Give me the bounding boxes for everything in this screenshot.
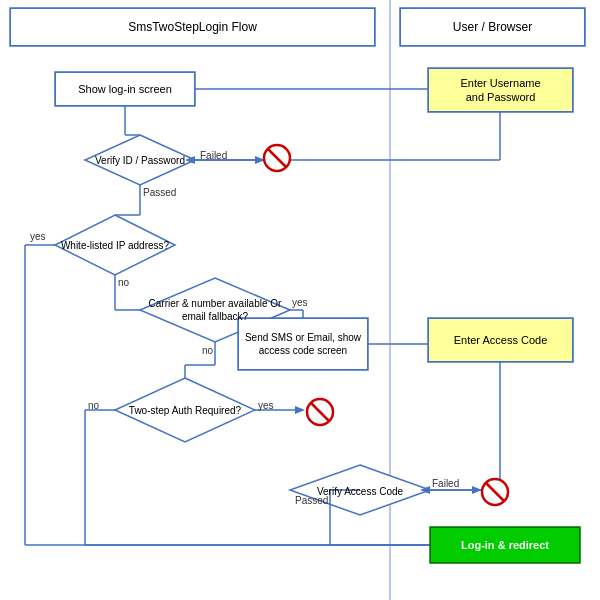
svg-marker-12 — [185, 156, 195, 164]
no-symbol-4 — [480, 477, 510, 507]
svg-marker-40 — [295, 406, 305, 414]
enter-credentials-box: Enter Username and Password — [428, 68, 573, 112]
yes-carrier-label: yes — [292, 297, 308, 308]
svg-marker-41 — [290, 465, 430, 515]
no-symbol-1 — [262, 143, 292, 173]
passed2-label: Passed — [295, 495, 328, 506]
enter-access-box: Enter Access Code — [428, 318, 573, 362]
yes-white-label: yes — [30, 231, 46, 242]
lane-header-user: User / Browser — [400, 8, 585, 46]
no-twostep-label: no — [88, 400, 99, 411]
svg-marker-7 — [85, 135, 195, 185]
lane-header-sms: SmsTwoStepLogin Flow — [10, 8, 375, 46]
failed2-label: Failed — [432, 478, 459, 489]
svg-marker-44 — [420, 486, 430, 494]
verify-id-label: Verify ID / Password — [85, 135, 195, 185]
svg-marker-15 — [55, 215, 175, 275]
svg-marker-32 — [115, 378, 255, 442]
no-carrier-label: no — [202, 345, 213, 356]
verify-access-label: Verify Access Code — [290, 466, 430, 516]
white-listed-label: White-listed IP address? — [55, 220, 175, 270]
passed1-label: Passed — [143, 187, 176, 198]
login-redirect-box: Log-in & redirect — [430, 527, 580, 563]
flowchart-diagram: SmsTwoStepLogin Flow User / Browser Show… — [0, 0, 600, 600]
yes-twostep-label: yes — [258, 400, 274, 411]
no-white-label: no — [118, 277, 129, 288]
show-login-box: Show log-in screen — [55, 72, 195, 106]
two-step-label: Two-step Auth Required? — [115, 383, 255, 437]
no-symbol-3 — [305, 397, 335, 427]
send-sms-box: Send SMS or Email, show access code scre… — [238, 318, 368, 370]
failed1-label: Failed — [200, 150, 227, 161]
